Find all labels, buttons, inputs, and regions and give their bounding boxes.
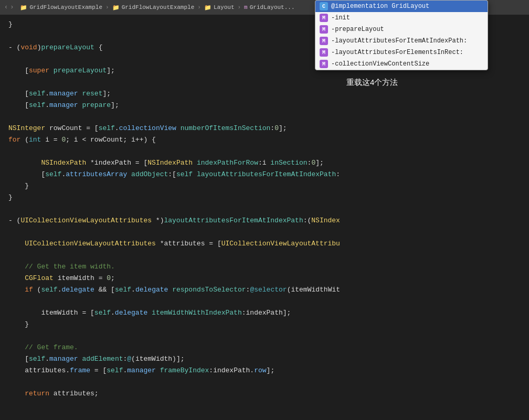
code-line: attributes.frame = [self.manager frameBy…	[0, 365, 529, 376]
autocomplete-text-5: -collectionViewContentSize	[331, 60, 429, 68]
code-line: - (UICollectionViewLayoutAttributes *)la…	[0, 215, 529, 227]
code-line: }	[0, 180, 529, 192]
code-line	[0, 77, 529, 88]
code-line: itemWidth = [self.delegate itemWidthWith…	[0, 307, 529, 319]
breadcrumb-sep-3: ›	[237, 4, 241, 10]
autocomplete-badge-2: M	[320, 25, 328, 34]
code-line	[0, 203, 529, 215]
code-line	[0, 376, 529, 388]
code-line: // Get the item width.	[0, 261, 529, 273]
code-line: if (self.delegate && [self.delegate resp…	[0, 284, 529, 296]
autocomplete-item-0[interactable]: C @implementation GridLayout	[315, 1, 488, 12]
code-line	[0, 330, 529, 342]
breadcrumb-sep-1: ›	[105, 4, 109, 10]
code-line: [self.attributesArray addObject:[self la…	[0, 169, 529, 180]
autocomplete-text-1: -init	[331, 14, 350, 21]
annotation-text: 重载这4个方法	[346, 78, 398, 88]
autocomplete-item-1[interactable]: M -init	[315, 12, 488, 24]
code-line: NSIndexPath *indexPath = [NSIndexPath in…	[0, 157, 529, 169]
code-line: }	[0, 319, 529, 330]
breadcrumb-label-1[interactable]: GridFlowLayoutExample	[29, 4, 102, 10]
code-line	[0, 250, 529, 261]
code-editor[interactable]: } - (void)prepareLayout { [super prepare…	[0, 15, 529, 420]
nav-back[interactable]: ‹	[4, 4, 8, 11]
code-line	[0, 227, 529, 238]
autocomplete-item-2[interactable]: M -prepareLayout	[315, 24, 488, 35]
autocomplete-badge-0: C	[320, 2, 328, 10]
breadcrumb-label-4[interactable]: GridLayout...	[250, 4, 295, 10]
autocomplete-item-3[interactable]: M -layoutAttributesForItemAtIndexPath:	[315, 35, 488, 47]
code-line	[0, 146, 529, 157]
breadcrumb-folder-icon-2: 📁	[112, 4, 120, 11]
autocomplete-item-5[interactable]: M -collectionViewContentSize	[315, 58, 488, 70]
code-line: [self.manager prepare];	[0, 100, 529, 111]
code-line: // Get frame.	[0, 342, 529, 353]
nav-forward[interactable]: ›	[10, 4, 14, 11]
code-line: [self.manager reset];	[0, 88, 529, 100]
autocomplete-badge-3: M	[320, 37, 328, 45]
autocomplete-badge-5: M	[320, 60, 328, 68]
code-line: for (int i = 0; i < rowCount; i++) {	[0, 134, 529, 146]
autocomplete-text-3: -layoutAttributesForItemAtIndexPath:	[331, 37, 467, 45]
breadcrumb-folder-icon-3: 📁	[204, 4, 211, 11]
code-line: [self.manager addElement:@(itemWidth)];	[0, 353, 529, 365]
code-line: }	[0, 192, 529, 203]
autocomplete-badge-4: M	[320, 48, 328, 57]
autocomplete-item-4[interactable]: M -layoutAttributesForElementsInRect:	[315, 47, 488, 58]
autocomplete-text-4: -layoutAttributesForElementsInRect:	[331, 49, 463, 56]
breadcrumb-sep-2: ›	[197, 4, 201, 10]
breadcrumb-label-2[interactable]: GridFlowLayoutExample	[122, 4, 195, 10]
autocomplete-text-0: @implementation GridLayout	[331, 3, 429, 10]
code-line: UICollectionViewLayoutAttributes *attrib…	[0, 238, 529, 250]
code-line	[0, 111, 529, 123]
breadcrumb-folder-icon-1: 📁	[20, 4, 27, 11]
code-line: NSInteger rowCount = [self.collectionVie…	[0, 123, 529, 134]
breadcrumb-label-3[interactable]: Layout	[214, 4, 235, 10]
autocomplete-popup: C @implementation GridLayout M -init M -…	[315, 0, 488, 70]
breadcrumb-file-icon: m	[244, 4, 248, 10]
autocomplete-badge-1: M	[320, 14, 328, 22]
code-line	[0, 296, 529, 307]
autocomplete-text-2: -prepareLayout	[331, 26, 384, 33]
code-line: CGFloat itemWidth = 0;	[0, 273, 529, 284]
code-line: return attributes;	[0, 388, 529, 400]
